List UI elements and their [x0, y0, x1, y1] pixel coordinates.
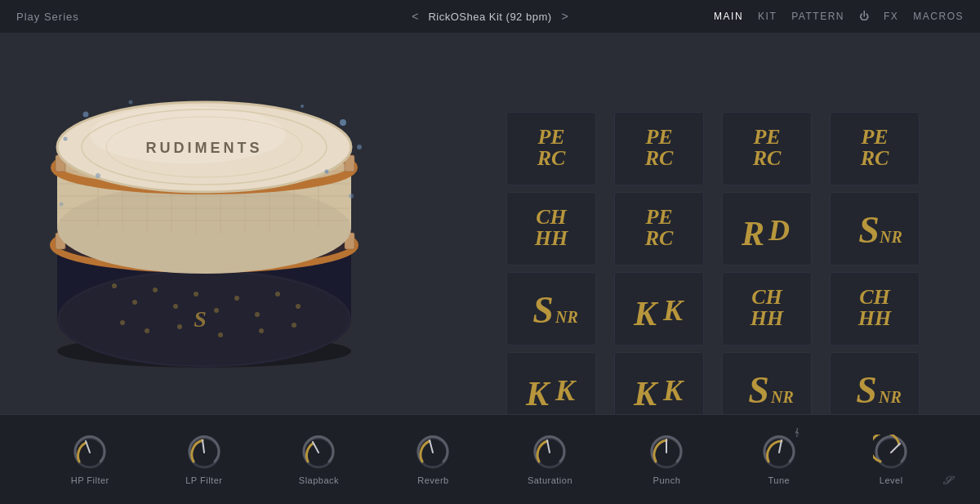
svg-point-5 — [112, 283, 117, 288]
svg-point-76 — [349, 194, 354, 198]
svg-point-35 — [57, 184, 351, 274]
instrument-cell-10[interactable]: K K — [614, 272, 704, 346]
svg-text:PE: PE — [644, 205, 672, 229]
punch-knob[interactable] — [648, 435, 684, 471]
watermark: 𝒮 — [926, 466, 967, 494]
tab-fx[interactable]: FX — [884, 11, 898, 22]
svg-text:K: K — [633, 295, 659, 332]
svg-text:CH: CH — [751, 285, 782, 309]
drum-container: S — [16, 41, 392, 368]
knob-group-slapback: Slapback — [299, 435, 339, 485]
svg-line-125 — [891, 444, 900, 453]
instrument-cell-1[interactable]: PE RC — [506, 112, 596, 185]
svg-point-11 — [234, 296, 239, 301]
svg-point-72 — [64, 137, 68, 141]
svg-text:D: D — [768, 214, 790, 247]
next-arrow[interactable]: > — [562, 10, 568, 23]
svg-point-73 — [96, 173, 100, 178]
svg-line-111 — [86, 441, 90, 453]
svg-point-13 — [275, 292, 280, 297]
svg-text:NR: NR — [879, 228, 902, 246]
svg-text:S: S — [858, 209, 880, 251]
svg-text:K: K — [555, 374, 577, 407]
svg-point-69 — [357, 145, 362, 149]
svg-text:R: R — [741, 215, 764, 252]
punch-label: Punch — [653, 475, 681, 485]
reverb-knob[interactable] — [415, 435, 451, 471]
hp-filter-label: HP Filter — [71, 475, 109, 485]
instrument-cell-2[interactable]: PE RC — [614, 112, 704, 185]
tune-label: Tune — [768, 475, 790, 485]
instrument-cell-8[interactable]: S NR — [830, 192, 920, 265]
svg-text:RC: RC — [644, 226, 674, 250]
knob-group-reverb: Reverb — [415, 435, 451, 485]
svg-point-19 — [259, 328, 264, 333]
instrument-cell-4[interactable]: PE RC — [830, 112, 920, 185]
tab-macros[interactable]: MACROS — [913, 11, 964, 22]
power-icon[interactable]: ⏻ — [859, 11, 869, 22]
svg-text:PE: PE — [752, 125, 780, 149]
instrument-cell-6[interactable]: PE RC — [614, 192, 704, 265]
kit-name: RickOShea Kit (92 bpm) — [428, 11, 551, 23]
svg-point-18 — [218, 332, 223, 337]
svg-line-119 — [547, 440, 550, 453]
level-label: Level — [880, 475, 903, 485]
prev-arrow[interactable]: < — [412, 10, 418, 23]
knob-group-hp-filter: HP Filter — [71, 435, 109, 485]
svg-text:RUDIMENTS: RUDIMENTS — [146, 140, 263, 156]
tab-pattern[interactable]: PATTERN — [791, 11, 844, 22]
saturation-knob[interactable] — [532, 435, 568, 471]
svg-text:RC: RC — [644, 146, 674, 170]
svg-point-6 — [132, 300, 137, 305]
instrument-cell-5[interactable]: CH HH — [506, 192, 596, 265]
hp-filter-knob[interactable] — [72, 435, 108, 471]
svg-text:HH: HH — [534, 226, 568, 250]
svg-point-17 — [177, 324, 182, 329]
svg-text:NR: NR — [878, 388, 902, 406]
instrument-cell-11[interactable]: CH HH — [722, 272, 812, 346]
instrument-cell-12[interactable]: CH HH — [830, 272, 920, 346]
svg-point-20 — [292, 323, 296, 328]
header: Play Series < RickOShea Kit (92 bpm) > M… — [0, 0, 980, 33]
saturation-label: Saturation — [528, 475, 572, 485]
svg-point-68 — [340, 119, 346, 126]
instrument-cell-7[interactable]: R D — [722, 192, 812, 265]
svg-point-9 — [194, 292, 198, 297]
reverb-label: Reverb — [417, 475, 448, 485]
tune-knob[interactable]: 𝄞 — [761, 435, 797, 471]
svg-text:PE: PE — [860, 125, 888, 149]
svg-point-70 — [325, 170, 329, 174]
knob-group-level: Level — [873, 435, 909, 485]
svg-text:K: K — [662, 374, 685, 407]
lp-filter-label: LP Filter — [185, 475, 222, 485]
svg-text:S: S — [532, 289, 554, 331]
svg-point-77 — [60, 203, 64, 207]
tune-indicator-icon: 𝄞 — [795, 428, 799, 437]
svg-text:S: S — [194, 306, 207, 332]
svg-text:NR: NR — [770, 388, 794, 406]
tab-kit[interactable]: KIT — [758, 11, 777, 22]
svg-text:CH: CH — [859, 285, 890, 309]
svg-line-113 — [203, 440, 204, 453]
knob-group-punch: Punch — [648, 435, 684, 485]
svg-line-117 — [430, 440, 433, 453]
svg-text:RC: RC — [752, 146, 782, 170]
svg-text:NR: NR — [555, 308, 578, 326]
svg-text:RC: RC — [860, 146, 889, 170]
svg-point-14 — [296, 304, 301, 309]
instrument-cell-3[interactable]: PE RC — [722, 112, 812, 185]
svg-text:PE: PE — [537, 125, 564, 149]
tab-main[interactable]: MAIN — [714, 11, 743, 22]
knob-group-saturation: Saturation — [528, 435, 572, 485]
nav-tabs: MAIN KIT PATTERN ⏻ FX MACROS — [714, 11, 964, 22]
svg-text:S: S — [748, 369, 769, 411]
svg-point-15 — [120, 320, 125, 325]
slapback-knob[interactable] — [301, 435, 336, 471]
svg-point-12 — [255, 312, 260, 317]
level-knob[interactable] — [873, 435, 909, 471]
lp-filter-knob[interactable] — [186, 435, 222, 471]
svg-point-16 — [145, 328, 149, 333]
slapback-label: Slapback — [299, 475, 339, 485]
instrument-cell-9[interactable]: S NR — [506, 272, 596, 346]
svg-point-7 — [153, 288, 158, 292]
